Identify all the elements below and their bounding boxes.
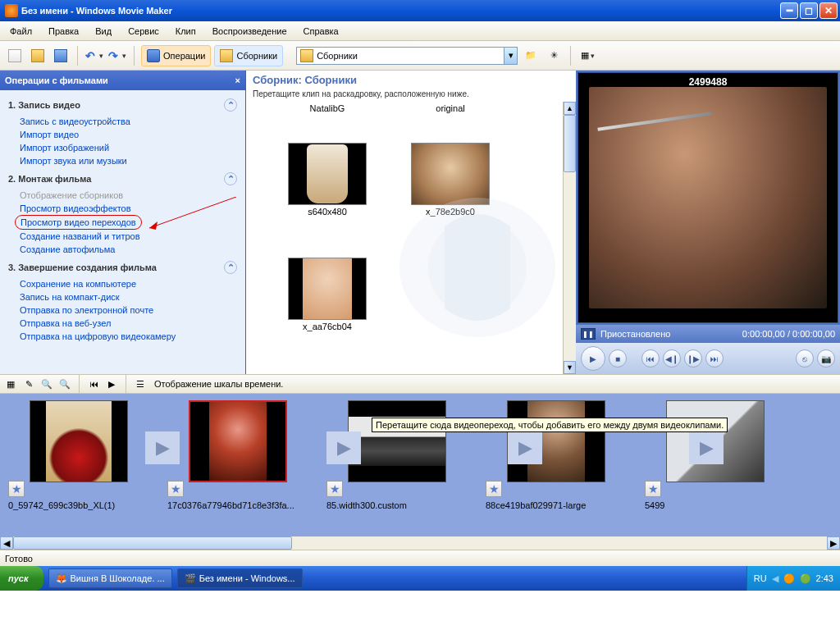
transition-slot[interactable]: ▶ bbox=[326, 431, 361, 464]
toggle-view-button[interactable]: ☰ bbox=[133, 377, 148, 391]
chevron-down-icon[interactable]: ▾ bbox=[504, 48, 517, 64]
clip-item[interactable]: NatalibG bbox=[279, 102, 376, 113]
tray-icon[interactable]: 🟢 bbox=[800, 573, 811, 584]
toolbar: ↶ ↷ Операции Сборники Сборники ▾ 📁 ✳ ▦ bbox=[0, 41, 840, 71]
menu-view[interactable]: Вид bbox=[89, 24, 118, 39]
split-button[interactable]: ⎋ bbox=[796, 349, 814, 368]
clip-item[interactable]: original bbox=[402, 102, 499, 113]
language-indicator[interactable]: RU bbox=[754, 573, 767, 583]
prev-button[interactable]: ⏮ bbox=[641, 349, 660, 368]
task-save-computer[interactable]: Сохранение на компьютере bbox=[0, 277, 245, 290]
zoom-in-button[interactable]: 🔍 bbox=[39, 377, 54, 391]
transition-slot[interactable]: ▶ bbox=[689, 431, 724, 464]
clip-item[interactable]: s640x480 bbox=[279, 143, 376, 217]
menu-tools[interactable]: Сервис bbox=[121, 24, 166, 39]
frame-fwd-button[interactable]: ❙▶ bbox=[684, 349, 702, 368]
scrollbar-horizontal[interactable]: ◀▶ bbox=[0, 536, 840, 550]
menu-file[interactable]: Файл bbox=[3, 24, 39, 39]
preview-image bbox=[589, 87, 827, 308]
task-send-email[interactable]: Отправка по электронной почте bbox=[0, 304, 245, 317]
task-send-web[interactable]: Отправка на веб-узел bbox=[0, 317, 245, 330]
start-button[interactable]: пуск bbox=[0, 566, 43, 591]
up-folder-button[interactable]: 📁 bbox=[521, 46, 541, 66]
task-import-images[interactable]: Импорт изображений bbox=[0, 141, 245, 154]
scrollbar-vertical[interactable]: ▲▼ bbox=[563, 102, 576, 374]
task-video-effects[interactable]: Просмотр видеоэффектов bbox=[0, 202, 245, 215]
task-import-audio[interactable]: Импорт звука или музыки bbox=[0, 154, 245, 167]
storyboard-item[interactable]: ★ 0_59742_699c39bb_XL(1) bbox=[8, 400, 149, 550]
effect-slot[interactable]: ★ bbox=[486, 481, 502, 497]
operations-toggle[interactable]: Операции bbox=[141, 45, 211, 66]
save-button[interactable] bbox=[51, 46, 71, 66]
clip-item[interactable]: x_aa76cb04 bbox=[279, 258, 376, 331]
section-1-header[interactable]: 1. Запись видео⌃ bbox=[0, 94, 245, 115]
task-send-dv[interactable]: Отправка на цифровую видеокамеру bbox=[0, 330, 245, 343]
task-video-transitions[interactable]: Просмотр видео переходов bbox=[15, 215, 142, 230]
app-icon bbox=[5, 4, 18, 17]
close-button[interactable]: ✕ bbox=[819, 2, 838, 19]
collections-toggle[interactable]: Сборники bbox=[214, 45, 283, 66]
tray-icon[interactable]: ◀ bbox=[772, 573, 778, 584]
timeline-toolbar: ▦ ✎ 🔍 🔍 ⏮ ▶ ☰ Отображение шкалы времени. bbox=[0, 374, 840, 394]
taskbar-item[interactable]: 🎬Без имени - Windows... bbox=[177, 568, 303, 588]
window-titlebar: Без имени - Windows Movie Maker ━ ◻ ✕ bbox=[0, 0, 840, 21]
task-automovie[interactable]: Создание автофильма bbox=[0, 243, 245, 256]
preview-controls: ▶ ■ ⏮ ◀❙ ❙▶ ⏭ ⎋ 📷 bbox=[576, 343, 840, 374]
tasks-header-label: Операции с фильмами bbox=[5, 75, 108, 85]
tasks-close-icon[interactable]: × bbox=[235, 75, 240, 85]
menu-play[interactable]: Воспроизведение bbox=[206, 24, 294, 39]
minimize-button[interactable]: ━ bbox=[780, 2, 798, 19]
timeline-btn-1[interactable]: ▦ bbox=[3, 377, 18, 391]
filmstrip-watermark bbox=[395, 194, 559, 341]
play-button[interactable]: ▶ bbox=[581, 346, 605, 371]
collections-pane: Сборник: Сборники Перетащите клип на рас… bbox=[246, 71, 576, 374]
play-timeline-button[interactable]: ▶ bbox=[104, 377, 119, 391]
task-titles[interactable]: Создание названий и титров bbox=[0, 230, 245, 243]
timeline-btn-2[interactable]: ✎ bbox=[21, 377, 36, 391]
maximize-button[interactable]: ◻ bbox=[800, 2, 818, 19]
task-import-video[interactable]: Импорт видео bbox=[0, 128, 245, 141]
chevron-up-icon: ⌃ bbox=[224, 98, 237, 112]
task-show-collections: Отображение сборников bbox=[0, 189, 245, 202]
transition-slot[interactable]: ▶ bbox=[508, 431, 542, 464]
view-mode-button[interactable]: ▦ bbox=[578, 46, 597, 66]
new-button[interactable] bbox=[5, 46, 25, 66]
storyboard-item[interactable]: ★ 17c0376a77946bd71c8e3f3fa... bbox=[167, 400, 308, 550]
section-2-header[interactable]: 2. Монтаж фильма⌃ bbox=[0, 167, 245, 189]
open-button[interactable] bbox=[28, 46, 48, 66]
rewind-button[interactable]: ⏮ bbox=[86, 377, 101, 391]
menu-edit[interactable]: Правка bbox=[42, 24, 85, 39]
preview-status-text: Приостановлено bbox=[600, 329, 670, 339]
preview-title: 2499488 bbox=[689, 76, 728, 88]
task-save-cd[interactable]: Запись на компакт-диск bbox=[0, 290, 245, 304]
section-3-header[interactable]: 3. Завершение создания фильма⌃ bbox=[0, 256, 245, 277]
task-capture-device[interactable]: Запись с видеоустройства bbox=[0, 115, 245, 128]
collection-subtitle: Перетащите клип на раскадровку, располож… bbox=[246, 89, 576, 102]
chevron-up-icon: ⌃ bbox=[224, 261, 237, 274]
status-text: Готово bbox=[5, 554, 33, 564]
new-folder-button[interactable]: ✳ bbox=[544, 46, 564, 66]
snapshot-button[interactable]: 📷 bbox=[817, 349, 835, 368]
effect-slot[interactable]: ★ bbox=[8, 481, 25, 497]
tray-icon[interactable]: 🟠 bbox=[783, 573, 795, 584]
folder-icon bbox=[300, 49, 313, 62]
menu-clip[interactable]: Клип bbox=[169, 24, 203, 39]
redo-button[interactable]: ↷ bbox=[107, 46, 127, 66]
collection-title: Сборник: Сборники bbox=[246, 71, 576, 89]
stop-button[interactable]: ■ bbox=[609, 349, 627, 368]
tasks-pane: Операции с фильмами × 1. Запись видео⌃ З… bbox=[0, 71, 246, 374]
frame-back-button[interactable]: ◀❙ bbox=[663, 349, 681, 368]
zoom-out-button[interactable]: 🔍 bbox=[57, 377, 72, 391]
menu-help[interactable]: Справка bbox=[297, 24, 345, 39]
effect-slot[interactable]: ★ bbox=[326, 481, 343, 497]
system-tray[interactable]: RU ◀ 🟠 🟢 2:43 bbox=[746, 566, 840, 591]
effect-slot[interactable]: ★ bbox=[645, 481, 661, 497]
taskbar-item[interactable]: 🦊Вишня В Шоколаде. ... bbox=[48, 568, 172, 588]
effect-slot[interactable]: ★ bbox=[167, 481, 184, 497]
undo-button[interactable]: ↶ bbox=[84, 46, 104, 66]
preview-pane: 2499488 ❚❚ Приостановлено 0:00:00,00 / 0… bbox=[576, 71, 840, 374]
collections-combo[interactable]: Сборники ▾ bbox=[296, 47, 518, 65]
transition-slot[interactable]: ▶ bbox=[145, 431, 180, 464]
next-button[interactable]: ⏭ bbox=[705, 349, 724, 368]
preview-time: 0:00:00,00 / 0:00:00,00 bbox=[742, 329, 835, 339]
